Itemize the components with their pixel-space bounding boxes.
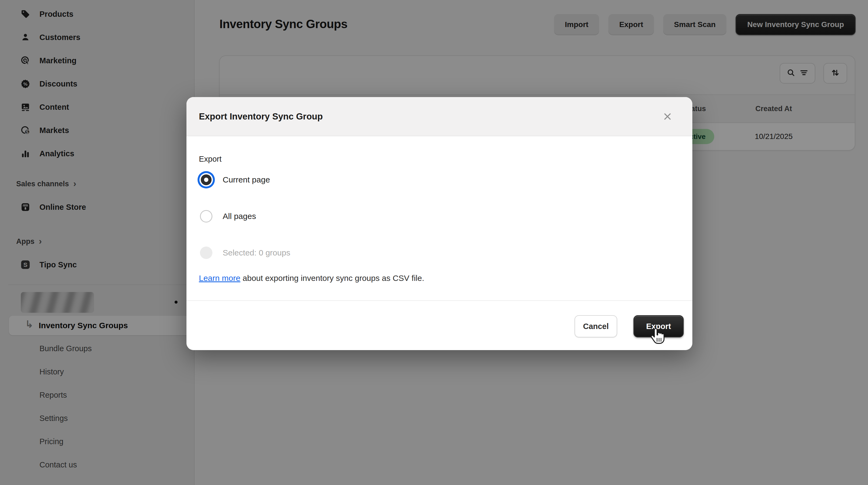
modal-title: Export Inventory Sync Group xyxy=(199,111,323,122)
app-window: Products Customers Marketing % Discounts xyxy=(0,0,868,485)
radio-label: Selected: 0 groups xyxy=(223,248,290,257)
radio-disabled-icon xyxy=(197,244,215,262)
close-icon[interactable] xyxy=(662,111,673,122)
learn-more-link[interactable]: Learn more xyxy=(199,274,240,282)
modal-header: Export Inventory Sync Group xyxy=(186,97,692,136)
export-section-label: Export xyxy=(199,155,222,163)
help-text-rest: about exporting inventory sync groups as… xyxy=(240,274,424,282)
modal-footer-divider xyxy=(186,300,692,301)
radio-option-selected-groups: Selected: 0 groups xyxy=(197,243,290,262)
help-text: Learn more about exporting inventory syn… xyxy=(199,274,424,283)
export-modal: Export Inventory Sync Group Export Curre… xyxy=(186,97,692,350)
radio-unselected-icon[interactable] xyxy=(197,207,215,225)
radio-selected-icon[interactable] xyxy=(197,171,215,189)
cancel-button[interactable]: Cancel xyxy=(575,315,617,337)
radio-option-all-pages[interactable]: All pages xyxy=(197,207,256,226)
radio-label: All pages xyxy=(223,212,256,221)
export-confirm-button[interactable]: Export xyxy=(633,315,684,337)
radio-label: Current page xyxy=(223,175,270,184)
radio-option-current-page[interactable]: Current page xyxy=(197,170,270,189)
